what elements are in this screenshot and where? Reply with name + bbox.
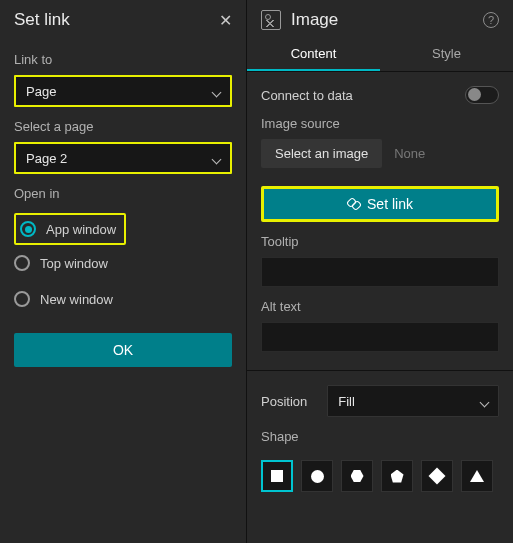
radio-icon: [14, 291, 30, 307]
link-icon: [347, 197, 361, 211]
radio-top-window[interactable]: Top window: [14, 245, 232, 281]
image-icon: [261, 10, 281, 30]
radio-label: Top window: [40, 256, 108, 271]
link-to-value: Page: [26, 84, 56, 99]
link-to-select[interactable]: Page: [14, 75, 232, 107]
shape-hexagon[interactable]: [341, 460, 373, 492]
open-in-label: Open in: [14, 186, 232, 201]
connect-row: Connect to data: [247, 72, 513, 104]
shape-picker: [247, 452, 513, 500]
page-value: Page 2: [26, 151, 67, 166]
radio-label: App window: [46, 222, 116, 237]
radio-icon: [20, 221, 36, 237]
set-link-panel: Set link ✕ Link to Page Select a page Pa…: [0, 0, 247, 543]
tooltip-input[interactable]: [261, 257, 499, 287]
chevron-down-icon: [481, 394, 488, 409]
ok-button[interactable]: OK: [14, 333, 232, 367]
panel-header: Image ?: [247, 0, 513, 36]
shape-label: Shape: [261, 429, 499, 444]
connect-toggle[interactable]: [465, 86, 499, 104]
select-image-button[interactable]: Select an image: [261, 139, 382, 168]
radio-label: New window: [40, 292, 113, 307]
panel-header: Set link ✕: [0, 0, 246, 40]
set-link-button[interactable]: Set link: [261, 186, 499, 222]
tab-content[interactable]: Content: [247, 36, 380, 71]
radio-new-window[interactable]: New window: [14, 281, 232, 317]
chevron-down-icon: [213, 84, 220, 99]
tab-style[interactable]: Style: [380, 36, 513, 71]
shape-pentagon[interactable]: [381, 460, 413, 492]
alt-text-label: Alt text: [261, 299, 499, 314]
shape-diamond[interactable]: [421, 460, 453, 492]
position-label: Position: [261, 394, 307, 409]
page-select[interactable]: Page 2: [14, 142, 232, 174]
panel-title: Image: [291, 10, 338, 30]
shape-square[interactable]: [261, 460, 293, 492]
tabs: Content Style: [247, 36, 513, 72]
position-select[interactable]: Fill: [327, 385, 499, 417]
radio-icon: [14, 255, 30, 271]
image-source-label: Image source: [261, 116, 499, 131]
help-icon[interactable]: ?: [483, 12, 499, 28]
connect-label: Connect to data: [261, 88, 353, 103]
position-value: Fill: [338, 394, 355, 409]
shape-triangle[interactable]: [461, 460, 493, 492]
alt-text-input[interactable]: [261, 322, 499, 352]
open-in-group: App window Top window New window: [14, 209, 232, 321]
radio-app-window[interactable]: App window: [18, 217, 122, 241]
image-panel: Image ? Content Style Connect to data Im…: [247, 0, 513, 543]
set-link-label: Set link: [367, 196, 413, 212]
panel-title: Set link: [14, 10, 70, 30]
link-to-label: Link to: [14, 52, 232, 67]
shape-circle[interactable]: [301, 460, 333, 492]
close-icon[interactable]: ✕: [219, 11, 232, 30]
select-page-label: Select a page: [14, 119, 232, 134]
tooltip-label: Tooltip: [261, 234, 499, 249]
image-source-value: None: [394, 146, 425, 161]
chevron-down-icon: [213, 151, 220, 166]
